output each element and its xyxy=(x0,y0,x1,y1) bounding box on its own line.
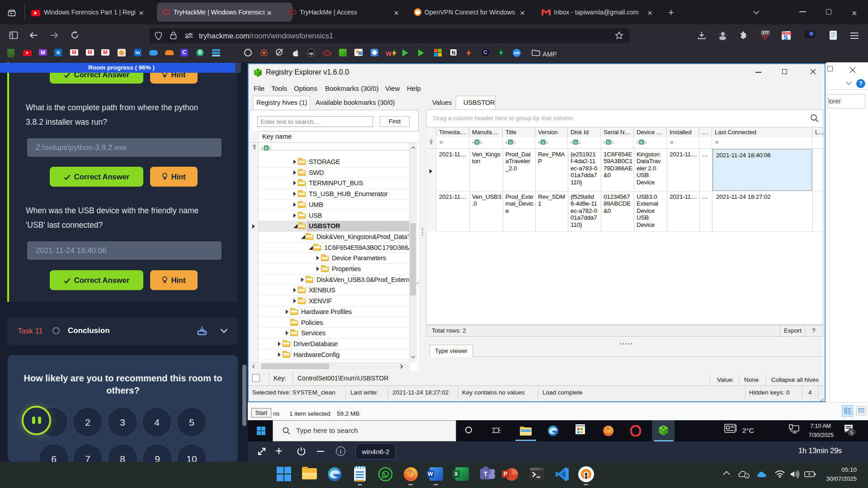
svg-text:i: i xyxy=(746,474,747,479)
